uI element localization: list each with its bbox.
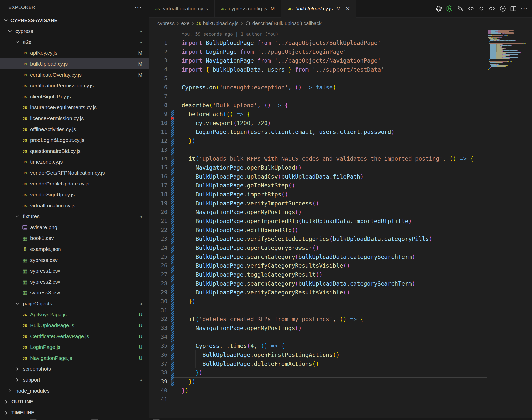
explorer-more-icon[interactable]: ⋯ [134,3,142,12]
code-line[interactable]: 20 NavigationPage.openMyPostings() [149,208,487,217]
tree-file-sypress3-csv[interactable]: ▦sypress3.csv [0,287,149,298]
nav-circle-icon[interactable] [476,4,486,14]
line-number[interactable]: 27 [149,270,171,279]
tree-file-clientsignup-cy-js[interactable]: JSclientSignUP.cy.js [0,91,149,102]
line-number[interactable]: 8 [149,101,171,110]
minimap[interactable] [488,30,529,71]
line-number[interactable]: 7 [149,92,171,101]
tree-file-timezone-cy-js[interactable]: JStimezone.cy.js [0,157,149,167]
line-number[interactable]: 19 [149,199,171,208]
code-line[interactable]: 41 [149,395,487,404]
code-line[interactable]: 19 BulkUploadPage.verifyImportSuccess() [149,199,487,208]
line-number[interactable]: 39 [149,377,171,386]
code-line[interactable]: 12 }) [149,136,487,145]
line-number[interactable]: 28 [149,279,171,288]
line-number[interactable]: 12 [149,136,171,145]
line-number[interactable]: 35 [149,341,171,350]
hexagon-extension-icon[interactable] [444,4,454,14]
nav-forward-icon[interactable] [487,4,497,14]
tree-folder-support[interactable]: support● [0,374,149,385]
tree-file-virtuallocation-cy-js[interactable]: JSvirtualLocation.cy.js [0,200,149,211]
tree-folder-fixtures[interactable]: fixtures● [0,211,149,222]
openai-icon[interactable] [434,4,444,14]
line-number[interactable]: 33 [149,324,171,333]
code-line[interactable]: 3import NavigationPage from '../pageObje… [149,56,487,65]
code-line[interactable]: 30 }) [149,297,487,306]
tree-folder-screenshots[interactable]: screenshots [0,364,149,374]
code-line[interactable]: 10 cy.viewport(1200, 720) [149,119,487,128]
tree-folder-pageobjects[interactable]: pageObjects● [0,298,149,309]
more-actions-icon[interactable]: ⋯ [519,3,529,15]
breadcrumb-item-cypress[interactable]: cypress [157,21,175,26]
code-line[interactable]: 32 it('deletes created RFPs from my post… [149,315,487,324]
line-number[interactable]: 37 [149,359,171,368]
line-number[interactable]: 32 [149,315,171,324]
line-number[interactable]: 41 [149,395,171,404]
code-line[interactable]: 15 NavigationPage.openBulkUpload() [149,163,487,172]
line-number[interactable]: 3 [149,56,171,65]
line-number[interactable]: 4 [149,65,171,74]
code-line[interactable]: 25 BulkUploadPage.searchCategory(bulkUpl… [149,252,487,261]
code-line[interactable]: 23 BulkUploadPage.verifySelectedCategori… [149,235,487,243]
code-line[interactable]: 28 BulkUploadPage.searchCategory(bulkUpl… [149,279,487,288]
nav-back-icon[interactable] [466,4,476,14]
code-line[interactable]: 22 BulkUploadPage.editOpenedRfp() [149,226,487,235]
tree-file-navigationpage-js[interactable]: JSNavigationPage.jsU [0,353,149,364]
tree-file-vendorprofileupdate-cy-js[interactable]: JSvendorProfileUpdate.cy.js [0,178,149,189]
line-number[interactable]: 29 [149,288,171,297]
tree-file-certificationpermission-cy-js[interactable]: JScertificationPermission.cy.js [0,80,149,91]
tree-file-vendorgetsrfpnotification-cy-js[interactable]: JSvendorGetsRFPNotification.cy.js [0,167,149,178]
tree-file-bulkuploadpage-js[interactable]: JSBulkUploadPage.jsU [0,320,149,331]
tree-file-certificateoverlay-cy-js[interactable]: JScertificateOverlay.cy.jsM [0,69,149,80]
code-line[interactable]: 26 BulkUploadPage.verifyCategoryResultsV… [149,261,487,270]
line-number[interactable]: 20 [149,208,171,217]
tab-cypress-config-js[interactable]: JScypress.config.jsM [215,0,281,17]
line-number[interactable]: 11 [149,128,171,136]
code-line[interactable]: 18 BulkUploadPage.importRfps() [149,190,487,199]
code-line[interactable]: 21 BulkUploadPage.openImportedRfp(bulkUp… [149,217,487,226]
code-line[interactable]: 6Cypress.on('uncaught:exception', () => … [149,83,487,92]
tree-file-licensepermission-cy-js[interactable]: JSlicensePermission.cy.js [0,113,149,124]
line-number[interactable]: 22 [149,226,171,235]
code-line[interactable]: 39 }) [149,377,487,386]
line-number[interactable]: 13 [149,145,171,154]
code-line[interactable]: 5 [149,74,487,83]
code-line[interactable]: 33 NavigationPage.openMyPostings() [149,324,487,333]
tree-folder-cypress[interactable]: cypress● [0,26,149,37]
tree-file-avisare-png[interactable]: avisare.png [0,222,149,233]
line-number[interactable]: 25 [149,252,171,261]
code-line[interactable]: 1import BulkUploadPage from '../pageObje… [149,38,487,47]
breadcrumb-item-e2e[interactable]: e2e [181,21,189,26]
tree-file-bulkupload-cy-js[interactable]: JSbulkUpload.cy.jsM [0,58,149,69]
line-number[interactable]: 26 [149,261,171,270]
code-line[interactable]: 13 [149,145,487,154]
code-line[interactable]: 27 BulkUploadPage.toggleCategoryResult() [149,270,487,279]
tree-file-example-json[interactable]: {}example.json [0,244,149,255]
line-number[interactable]: 10 [149,119,171,128]
tree-folder-node-modules[interactable]: node_modules [0,385,149,396]
tree-file-sypress1-csv[interactable]: ▦sypress1.csv [0,265,149,276]
line-number[interactable]: 40 [149,386,171,395]
line-number[interactable]: 21 [149,217,171,226]
tree-file-questionnairebid-cy-js[interactable]: JSquestionnaireBid.cy.js [0,146,149,157]
tree-file-certificateoverlaypage-js[interactable]: JSCertificateOverlayPage.jsU [0,331,149,342]
tree-file-offlineactivities-cy-js[interactable]: JSofflineActivities.cy.js [0,124,149,135]
outline-section[interactable]: OUTLINE [0,396,149,407]
project-section-header[interactable]: CYPRESS-AVISARE [0,15,149,26]
line-number[interactable]: 31 [149,306,171,315]
code-line[interactable]: 31 [149,306,487,315]
line-number[interactable]: 5 [149,74,171,83]
split-editor-icon[interactable] [508,4,518,14]
line-number[interactable]: 30 [149,297,171,306]
code-line[interactable]: 4import { bulkUploadData, users } from '… [149,65,487,74]
tree-file-sypress-csv[interactable]: ▦sypress.csv [0,255,149,265]
code-line[interactable]: 34 [149,333,487,341]
git-compare-icon[interactable] [455,4,465,14]
tree-folder-e2e[interactable]: e2e● [0,37,149,48]
tab-virtuallocation-cy-js[interactable]: JSvirtualLocation.cy.js [149,0,215,17]
code-line[interactable]: 37 BulkUploadPage.deleteFromActions() [149,359,487,368]
line-number[interactable]: 16 [149,172,171,181]
code-line[interactable]: 24 BulkUploadPage.openCategoryBrowser() [149,243,487,252]
run-circle-icon[interactable] [498,4,508,14]
line-number[interactable]: 38 [149,368,171,377]
